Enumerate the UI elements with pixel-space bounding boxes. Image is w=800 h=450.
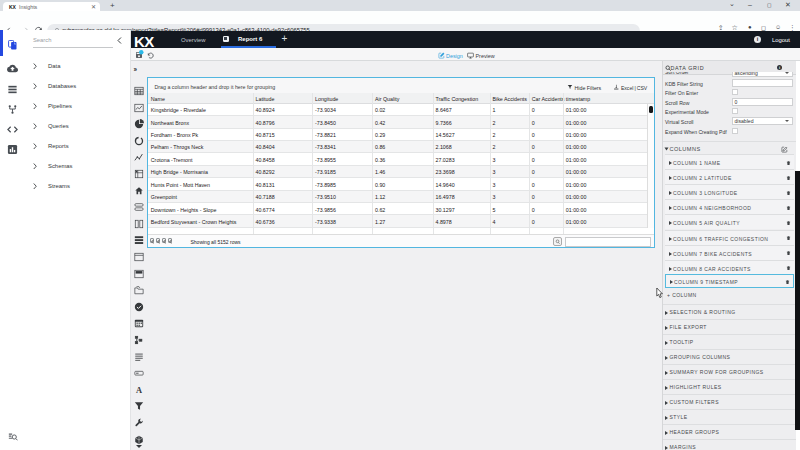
svg-text:A: A (135, 386, 141, 395)
